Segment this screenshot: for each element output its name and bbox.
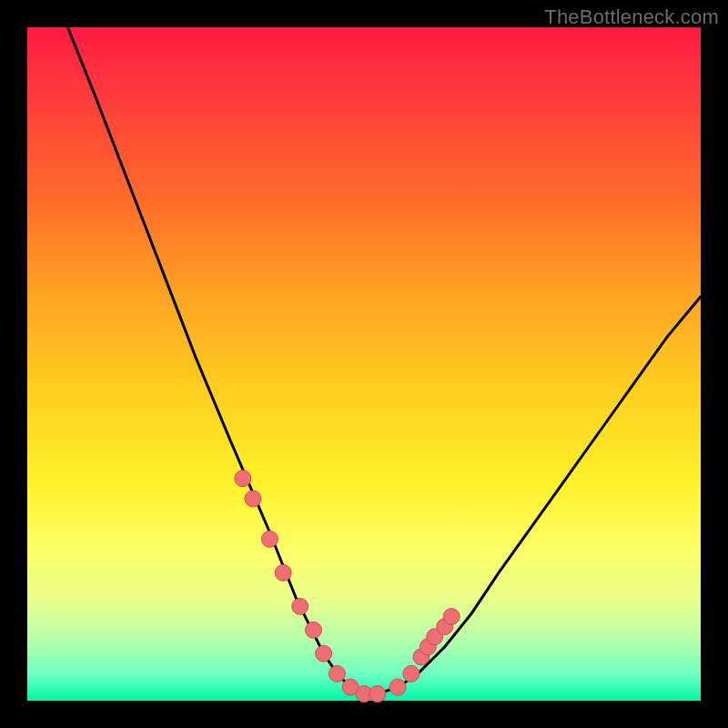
dot-marker [261, 531, 278, 547]
dot-marker [245, 490, 261, 507]
dot-marker [369, 686, 386, 703]
chart-svg [27, 27, 701, 701]
dot-marker [329, 665, 345, 682]
dot-marker [235, 470, 251, 487]
watermark-text: TheBottleneck.com [544, 5, 719, 29]
bottleneck-curve-path [67, 27, 701, 694]
dot-marker [443, 609, 460, 625]
dot-marker [389, 679, 406, 695]
chart-plot-area [27, 27, 701, 701]
dot-marker [306, 622, 322, 638]
dot-marker [316, 645, 332, 662]
dot-marker [292, 598, 308, 614]
dot-marker [275, 564, 291, 581]
dot-marker [403, 665, 420, 682]
outer-frame: TheBottleneck.com [0, 0, 728, 728]
